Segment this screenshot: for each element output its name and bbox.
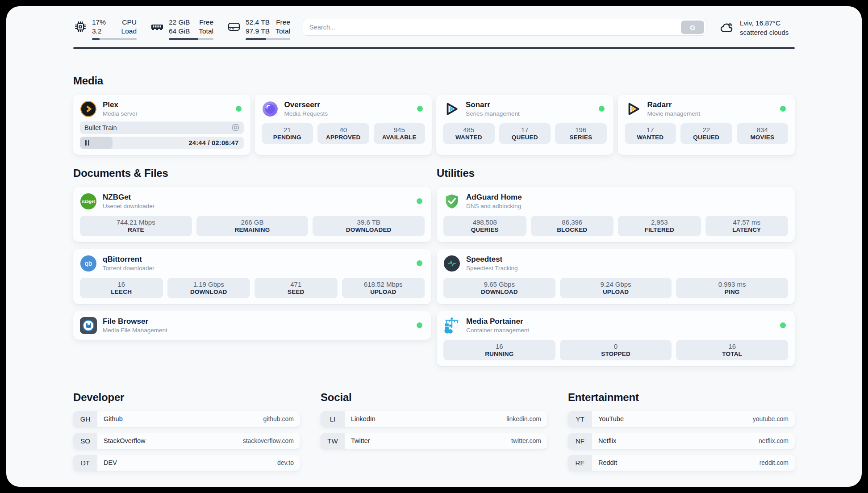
stat-wanted: 485 WANTED — [443, 123, 495, 144]
service-title: File Browser — [103, 317, 167, 326]
stat-pending: 21 PENDING — [262, 123, 313, 144]
bookmark-abbr: LI — [321, 411, 345, 427]
cpu-labels: CPU Load — [121, 18, 137, 36]
bookmark-github[interactable]: GH Github github.com — [73, 411, 300, 427]
service-card-nzbget[interactable]: nzbget NZBGet Usenet downloader 744.21 M… — [73, 187, 431, 242]
service-card-filebrowser[interactable]: File Browser Media File Management — [73, 311, 431, 340]
memory-progress-bar — [169, 38, 213, 40]
disk-widget: 52.4 TB 97.9 TB Free Total — [227, 18, 290, 40]
bookmark-url: linkedin.com — [506, 411, 547, 427]
pause-icon — [85, 140, 89, 146]
memory-widget: 22 GiB 64 GiB Free Total — [150, 18, 213, 40]
bookmark-group-entertainment: Entertainment YT YouTube youtube.com NF … — [568, 391, 795, 477]
section-title-media: Media — [73, 75, 795, 87]
stat-upload: 618.52 Mbps UPLOAD — [342, 278, 425, 298]
status-dot — [780, 322, 786, 328]
service-title: Plex — [103, 100, 138, 109]
search-bar: G — [303, 19, 706, 36]
bookmark-abbr: YT — [568, 411, 592, 427]
section-title-documents: Documents & Files — [73, 167, 431, 180]
stat-movies: 834 MOVIES — [737, 123, 789, 144]
webcam-icon — [232, 124, 239, 131]
bookmark-name: YouTube — [592, 411, 624, 427]
section-title-entertainment: Entertainment — [568, 391, 795, 404]
disk-progress-bar — [246, 38, 290, 40]
bookmark-twitter[interactable]: TW Twitter twitter.com — [321, 433, 547, 449]
now-playing-title: Bullet Train — [84, 124, 117, 131]
cpu-values: 17% 3.2 — [92, 18, 106, 36]
nzbget-icon: nzbget — [80, 193, 97, 210]
bookmark-stackoverflow[interactable]: SO StackOverflow stackoverflow.com — [73, 433, 300, 449]
status-dot — [417, 198, 422, 204]
bookmark-abbr: NF — [568, 433, 592, 449]
service-card-qbittorrent[interactable]: qb qBittorrent Torrent downloader 16 — [73, 249, 431, 304]
bookmark-group-social: Social LI LinkedIn linkedin.com TW Twitt… — [321, 391, 547, 477]
service-subtitle: Usenet downloader — [103, 203, 154, 209]
memory-values: 22 GiB 64 GiB — [169, 18, 190, 36]
service-card-radarr[interactable]: Radarr Movie management 17 WANTED 22 QUE… — [618, 95, 795, 155]
stat-total: 16 TOTAL — [676, 340, 788, 360]
status-dot — [417, 322, 422, 328]
bookmark-name: Reddit — [592, 455, 617, 471]
cpu-widget: 17% 3.2 CPU Load — [73, 18, 137, 40]
service-title: Sonarr — [466, 100, 520, 109]
service-card-sonarr[interactable]: Sonarr Series management 485 WANTED 17 Q… — [436, 95, 613, 155]
memory-labels: Free Total — [199, 18, 213, 36]
adguard-icon — [443, 193, 460, 210]
bookmark-group-developer: Developer GH Github github.com SO StackO… — [73, 391, 300, 477]
status-dot — [417, 106, 423, 112]
bookmark-netflix[interactable]: NF Netflix netflix.com — [568, 433, 795, 449]
service-card-plex[interactable]: Plex Media server Bullet Train — [73, 95, 250, 155]
stat-seed: 471 SEED — [255, 278, 338, 298]
stat-queries: 498,508 QUERIES — [443, 216, 526, 236]
plex-icon — [80, 100, 97, 117]
bookmark-name: LinkedIn — [345, 411, 376, 427]
bookmark-abbr: DT — [73, 455, 97, 471]
service-card-overseerr[interactable]: Overseerr Media Requests 21 PENDING 40 A… — [255, 95, 432, 155]
search-provider-button[interactable]: G — [681, 21, 704, 34]
stat-download: 9.65 Gbps DOWNLOAD — [443, 278, 555, 298]
disk-icon — [227, 20, 241, 34]
bookmark-abbr: GH — [73, 411, 97, 427]
bookmark-abbr: RE — [568, 455, 592, 471]
service-card-portainer[interactable]: Media Portainer Container management 16 … — [437, 311, 795, 366]
bookmark-reddit[interactable]: RE Reddit reddit.com — [568, 455, 795, 471]
header-divider — [73, 47, 795, 49]
section-media: Media Plex Media server — [73, 75, 795, 155]
bookmark-url: twitter.com — [511, 433, 547, 449]
service-title: Speedtest — [466, 255, 518, 264]
service-subtitle: Media File Management — [103, 327, 167, 334]
stat-stopped: 0 STOPPED — [560, 340, 672, 360]
section-utilities: Utilities — [437, 167, 795, 366]
top-bar: 17% 3.2 CPU Load — [73, 18, 795, 40]
section-title-social: Social — [321, 391, 547, 404]
bookmark-youtube[interactable]: YT YouTube youtube.com — [568, 411, 795, 427]
sonarr-icon — [443, 100, 460, 117]
service-subtitle: Series management — [466, 110, 520, 117]
status-dot — [417, 260, 422, 266]
memory-icon — [150, 20, 164, 34]
disk-labels: Free Total — [275, 18, 290, 36]
bookmark-url: youtube.com — [753, 411, 795, 427]
bookmark-linkedin[interactable]: LI LinkedIn linkedin.com — [321, 411, 547, 427]
bookmark-url: reddit.com — [760, 455, 795, 471]
service-card-speedtest[interactable]: Speedtest Speedtest Tracking 9.65 Gbps D… — [437, 249, 795, 304]
status-dot — [780, 106, 786, 112]
bookmark-dev[interactable]: DT DEV dev.to — [73, 455, 300, 471]
weather-condition: scattered clouds — [740, 28, 789, 37]
service-title: Overseerr — [284, 100, 328, 109]
search-input[interactable] — [303, 24, 679, 31]
bookmark-abbr: TW — [321, 433, 345, 449]
service-card-adguard[interactable]: AdGuard Home DNS and adblocking 498,508 … — [437, 187, 795, 242]
stat-upload: 9.24 Gbps UPLOAD — [560, 278, 672, 298]
service-subtitle: Speedtest Tracking — [466, 265, 518, 272]
weather-widget: Lviv, 16.87°C scattered clouds — [719, 18, 795, 37]
stat-approved: 40 APPROVED — [317, 123, 369, 144]
disk-values: 52.4 TB 97.9 TB — [246, 18, 270, 36]
stat-queued: 17 QUEUED — [499, 123, 551, 144]
stat-available: 945 AVAILABLE — [374, 123, 426, 144]
stat-ping: 0.993 ms PING — [676, 278, 788, 298]
speedtest-icon — [443, 255, 460, 272]
bookmark-abbr: SO — [73, 433, 97, 449]
bookmark-url: github.com — [263, 411, 300, 427]
